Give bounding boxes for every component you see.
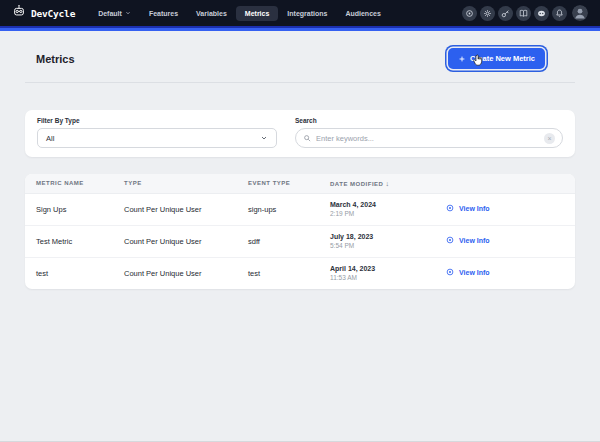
robot-logo-icon — [12, 4, 26, 22]
filter-by-type-label: Filter By Type — [37, 117, 277, 124]
table-header-row: METRIC NAME TYPE EVENT TYPE DATE MODIFIE… — [25, 174, 575, 193]
date-modified-cell: July 18, 2023 5:54 PM — [330, 225, 445, 257]
column-header-actions — [445, 174, 575, 193]
column-header-type[interactable]: TYPE — [124, 174, 248, 193]
column-header-date-modified[interactable]: DATE MODIFIED↓ — [330, 174, 445, 193]
metrics-page: DevCycle Default Features Variables Metr… — [0, 0, 600, 442]
metric-type-cell: Count Per Unique User — [124, 225, 248, 257]
notifications-bell-icon[interactable] — [552, 6, 567, 21]
view-info-link[interactable]: View Info — [445, 235, 490, 245]
nav-item-project-default[interactable]: Default — [89, 6, 140, 21]
actions-cell: View Info — [445, 225, 575, 257]
user-avatar[interactable] — [572, 5, 588, 21]
clear-search-icon[interactable]: × — [544, 133, 555, 144]
filter-by-type-field: Filter By Type All — [37, 117, 277, 148]
search-field: Search × — [295, 117, 563, 148]
search-icon — [303, 134, 312, 143]
eye-icon — [445, 203, 455, 213]
view-info-link[interactable]: View Info — [445, 203, 490, 213]
status-target-icon[interactable] — [462, 6, 477, 21]
nav-item-features[interactable]: Features — [140, 6, 187, 21]
nav-menu: Default Features Variables Metrics Integ… — [89, 6, 390, 21]
actions-cell: View Info — [445, 193, 575, 225]
search-input[interactable] — [316, 134, 540, 143]
table-row[interactable]: Sign Ups Count Per Unique User sign-ups … — [25, 193, 575, 225]
metric-name-cell: test — [25, 257, 124, 289]
metric-name-cell: Test Metric — [25, 225, 124, 257]
metrics-table: METRIC NAME TYPE EVENT TYPE DATE MODIFIE… — [25, 174, 575, 289]
metric-name-cell: Sign Ups — [25, 193, 124, 225]
eye-icon — [445, 235, 455, 245]
header-divider — [25, 82, 575, 83]
date-modified-cell: April 14, 2023 11:53 AM — [330, 257, 445, 289]
view-info-link[interactable]: View Info — [445, 267, 490, 277]
event-type-cell: test — [248, 257, 330, 289]
api-key-icon[interactable] — [498, 6, 513, 21]
top-navigation: DevCycle Default Features Variables Metr… — [0, 0, 600, 26]
discord-icon[interactable] — [534, 6, 549, 21]
nav-item-audiences[interactable]: Audiences — [336, 6, 389, 21]
filter-type-value: All — [46, 134, 54, 143]
metrics-table-card: METRIC NAME TYPE EVENT TYPE DATE MODIFIE… — [25, 174, 575, 289]
date-modified-cell: March 4, 2024 2:19 PM — [330, 193, 445, 225]
devcycle-logo[interactable]: DevCycle — [12, 4, 75, 22]
settings-gear-icon[interactable] — [480, 6, 495, 21]
column-header-event-type[interactable]: EVENT TYPE — [248, 174, 330, 193]
create-button-label: Create New Metric — [470, 54, 535, 63]
metric-type-cell: Count Per Unique User — [124, 193, 248, 225]
page-title: Metrics — [36, 53, 75, 65]
column-header-metric-name[interactable]: METRIC NAME — [25, 174, 124, 193]
nav-item-integrations[interactable]: Integrations — [278, 6, 336, 21]
actions-cell: View Info — [445, 257, 575, 289]
eye-icon — [445, 267, 455, 277]
plus-icon — [458, 55, 466, 63]
create-new-metric-button[interactable]: Create New Metric — [448, 48, 545, 69]
table-row[interactable]: Test Metric Count Per Unique User sdff J… — [25, 225, 575, 257]
chevron-down-icon — [260, 134, 268, 142]
nav-icon-group — [462, 5, 588, 21]
page-header: Metrics Create New Metric — [0, 31, 600, 82]
sort-descending-icon: ↓ — [385, 180, 389, 187]
filter-card: Filter By Type All Search × — [25, 110, 575, 157]
table-row[interactable]: test Count Per Unique User test April 14… — [25, 257, 575, 289]
brand-name: DevCycle — [31, 8, 75, 19]
event-type-cell: sign-ups — [248, 193, 330, 225]
filter-type-select[interactable]: All — [37, 128, 277, 148]
search-label: Search — [295, 117, 563, 124]
chevron-down-icon — [125, 10, 131, 17]
metric-type-cell: Count Per Unique User — [124, 257, 248, 289]
search-box: × — [295, 128, 563, 148]
nav-item-variables[interactable]: Variables — [187, 6, 236, 21]
event-type-cell: sdff — [248, 225, 330, 257]
docs-book-icon[interactable] — [516, 6, 531, 21]
nav-item-metrics[interactable]: Metrics — [236, 6, 279, 21]
